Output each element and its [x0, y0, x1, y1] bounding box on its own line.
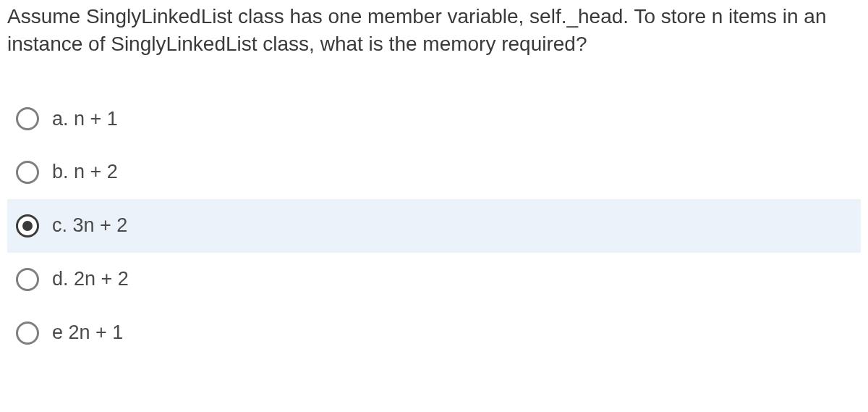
option-label-a: a. n + 1 [52, 106, 118, 133]
option-label-e: e 2n + 1 [52, 319, 123, 347]
radio-icon [16, 161, 39, 184]
option-c[interactable]: c. 3n + 2 [7, 199, 861, 253]
options-group: a. n + 1 b. n + 2 c. 3n + 2 d. 2n + 2 e … [7, 93, 861, 360]
option-label-c: c. 3n + 2 [52, 212, 127, 240]
option-label-d: d. 2n + 2 [52, 266, 129, 293]
question-container: Assume SinglyLinkedList class has one me… [0, 0, 868, 367]
radio-icon [16, 321, 39, 345]
radio-icon [16, 107, 39, 130]
radio-dot-icon [22, 221, 33, 231]
question-text: Assume SinglyLinkedList class has one me… [7, 3, 861, 58]
option-a[interactable]: a. n + 1 [7, 93, 861, 146]
option-e[interactable]: e 2n + 1 [7, 306, 861, 360]
radio-icon [16, 214, 39, 237]
option-d[interactable]: d. 2n + 2 [7, 253, 861, 306]
radio-icon [16, 268, 39, 291]
option-label-b: b. n + 2 [52, 159, 118, 186]
option-b[interactable]: b. n + 2 [7, 146, 861, 199]
